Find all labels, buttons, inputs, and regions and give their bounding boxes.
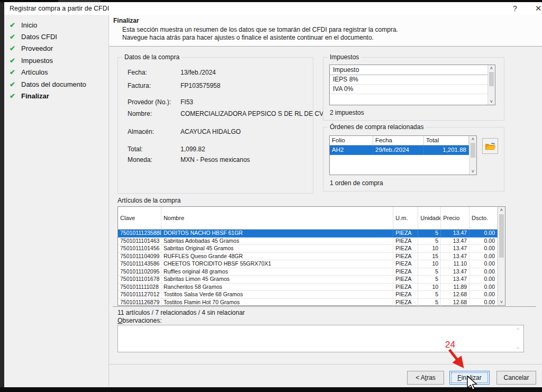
vertical-scrollbar[interactable]: ˄ ˅ [498, 207, 505, 305]
taxes-column-header: Impuesto [330, 65, 487, 75]
scroll-down-icon[interactable]: ˅ [488, 98, 495, 105]
check-icon: ✔ [10, 33, 21, 41]
table-cell: 10 [418, 284, 441, 291]
orders-column-total[interactable]: Total [424, 136, 469, 145]
scrollbar-thumb[interactable] [499, 214, 504, 258]
sidebar-step-3[interactable]: ✔Impuestos [10, 54, 105, 66]
sidebar-step-label: Inicio [21, 21, 37, 29]
table-row[interactable]: 7501011143586CHEETOS TORCIDITO HBSF 55GR… [118, 260, 498, 268]
table-cell: 0.00 [469, 260, 498, 268]
table-cell: 13.47 [441, 245, 469, 253]
table-row[interactable]: 7501011127012Tostitos Salsa Verde 68 Gra… [118, 291, 498, 299]
scrollbar-thumb[interactable] [489, 72, 494, 86]
table-cell: 7501011111028 [118, 284, 161, 291]
observations-textarea[interactable] [118, 325, 524, 352]
orders-group: Órdenes de compra relacionadas Folio Fec… [323, 127, 504, 192]
table-row[interactable]: 7501011126879Tostitos Flamin Hot 70 Gram… [118, 299, 498, 307]
section-header: Finalizar Esta sección muestra un resume… [109, 15, 542, 46]
table-cell: Sabritas Adobadas 45 Gramos [161, 238, 393, 245]
list-item[interactable]: IVA 0% [330, 85, 487, 94]
taxes-group-label: Impuestos [328, 53, 361, 61]
sidebar-step-2[interactable]: ✔Proveedor [10, 43, 105, 54]
articles-column-dscto[interactable]: Dscto. [469, 207, 498, 229]
close-icon[interactable]: ✕ [529, 2, 542, 15]
articles-column-precio[interactable]: Precio [441, 207, 469, 229]
table-row[interactable]: 7501011104099RUFFLES Queso Grande 48GRPI… [118, 253, 498, 261]
help-icon[interactable]: ? [506, 2, 524, 15]
articles-table-header: Clave Nombre U.m. Unidades Precio Dscto. [118, 207, 498, 230]
header-divider [109, 46, 542, 47]
table-row[interactable]: 7501011123588E...DORITOS NACHO HBSF 61GR… [118, 230, 498, 238]
table-row[interactable]: 7501011101456Sabritas Original 45 Gramos… [118, 245, 498, 253]
sidebar-step-1[interactable]: ✔Datos CFDI [10, 31, 105, 42]
check-icon: ✔ [10, 21, 21, 29]
scrollbar-thumb[interactable] [471, 143, 475, 158]
table-cell: 7501011102095 [118, 268, 161, 276]
table-cell: Sabritas Limon 45 Gramos [161, 276, 393, 284]
articles-table-body: 7501011123588E...DORITOS NACHO HBSF 61GR… [118, 230, 498, 306]
table-cell: PIEZA [393, 230, 418, 238]
field-label: Nombre: [128, 110, 180, 118]
footer-divider [109, 364, 542, 364]
sidebar-divider [109, 15, 109, 387]
articles-column-nombre[interactable]: Nombre [161, 207, 393, 229]
table-row[interactable]: 7501011101678Sabritas Limon 45 GramosPIE… [118, 276, 498, 284]
table-row[interactable]: AH229/feb./20241,201.88 [330, 145, 469, 155]
table-cell: 7501011143586 [118, 260, 161, 268]
field-label: Factura: [128, 81, 180, 90]
articles-column-clave[interactable]: Clave [118, 207, 161, 229]
table-cell: 13.47 [441, 276, 469, 284]
vertical-scrollbar[interactable]: ˄ ˅ [487, 65, 495, 105]
vertical-scrollbar[interactable]: ˄ ˅ [469, 136, 476, 175]
table-cell: 7501011123588E... [118, 230, 161, 238]
field-row: Fecha:13/feb./2024 [128, 68, 308, 77]
scroll-up-icon[interactable]: ˄ [469, 136, 476, 142]
scroll-up-icon[interactable]: ˄ [498, 207, 505, 213]
table-cell: PIEZA [393, 268, 418, 276]
field-value: FI53 [180, 98, 193, 106]
cancel-button[interactable]: Cancelar [496, 371, 536, 385]
articles-column-unidades[interactable]: Unidades [418, 207, 441, 229]
articles-column-um[interactable]: U.m. [393, 207, 418, 229]
back-button[interactable]: < Atras [407, 371, 444, 385]
finish-button[interactable]: Finalizar [449, 371, 490, 385]
dialog-titlebar: Registrar compra a partir de CFDI ? ✕ [4, 2, 542, 15]
table-cell: 0.00 [469, 230, 498, 238]
table-cell: 0.00 [469, 299, 498, 307]
scroll-up-icon: ˄ [517, 326, 519, 332]
table-cell: 0.00 [469, 268, 498, 276]
articles-table[interactable]: Clave Nombre U.m. Unidades Precio Dscto.… [118, 206, 505, 306]
field-label: Moneda: [128, 156, 180, 164]
table-cell: 1,201.88 [424, 145, 469, 155]
check-icon: ✔ [10, 68, 21, 76]
table-cell: PIEZA [393, 260, 418, 268]
table-row[interactable]: 7501011102095Ruffles original 48 gramosP… [118, 268, 498, 276]
orders-table[interactable]: Folio Fecha Total AH229/feb./20241,201.8… [329, 135, 477, 175]
sidebar-step-6[interactable]: ✔Finalizar [10, 90, 105, 102]
table-cell: 15 [418, 253, 441, 261]
orders-column-folio[interactable]: Folio [330, 136, 373, 145]
scroll-down-icon[interactable]: ˅ [498, 299, 505, 305]
table-row[interactable]: 7501011111028Rancheritos 58 GramosPIEZA1… [118, 284, 498, 291]
list-item[interactable]: IEPS 8% [330, 75, 487, 85]
taxes-list[interactable]: Impuesto IEPS 8%IVA 0% ˄ ˅ [329, 65, 495, 105]
table-cell: 5 [418, 299, 441, 307]
open-order-button[interactable] [482, 138, 498, 154]
table-cell: 7501011104099 [118, 253, 161, 261]
table-cell: PIEZA [393, 245, 418, 253]
dialog-title: Registrar compra a partir de CFDI [10, 5, 109, 12]
orders-group-label: Órdenes de compra relacionadas [328, 123, 426, 131]
orders-table-header: Folio Fecha Total [330, 136, 469, 145]
scroll-up-icon[interactable]: ˄ [488, 65, 495, 71]
orders-column-fecha[interactable]: Fecha [373, 136, 424, 145]
scroll-down-icon[interactable]: ˅ [469, 168, 476, 175]
sidebar-step-5[interactable]: ✔Datos del documento [10, 78, 105, 90]
table-cell: 5 [418, 291, 441, 299]
table-cell: 7501011127012 [118, 291, 161, 299]
table-cell: PIEZA [393, 291, 418, 299]
sidebar-step-label: Proveedor [21, 44, 53, 52]
sidebar-step-4[interactable]: ✔Artículos [10, 67, 105, 78]
sidebar-step-0[interactable]: ✔Inicio [10, 19, 105, 31]
check-icon: ✔ [10, 44, 21, 52]
table-row[interactable]: 7501011101463Sabritas Adobadas 45 Gramos… [118, 238, 498, 245]
